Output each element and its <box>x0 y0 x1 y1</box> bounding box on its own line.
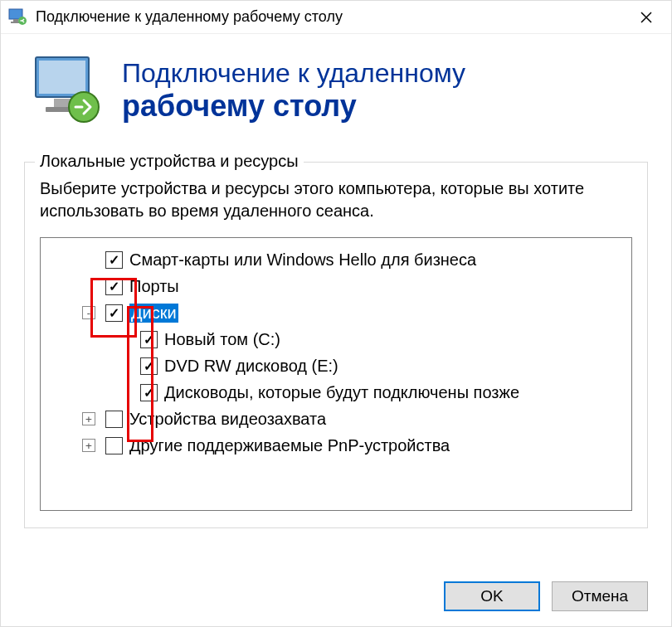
checkbox-pnp[interactable] <box>105 437 123 454</box>
label-pnp: Другие поддерживаемые PnP-устройства <box>129 436 450 455</box>
expander-drives[interactable]: - <box>82 306 95 319</box>
titlebar: Подключение к удаленному рабочему столу <box>1 1 671 34</box>
tree-item-drives[interactable]: - Диски <box>41 299 631 326</box>
dialog-content: Локальные устройства и ресурсы Выберите … <box>1 153 671 566</box>
checkbox-drives[interactable] <box>105 304 123 322</box>
tree-item-videocapture[interactable]: + Устройства видеозахвата <box>41 406 631 432</box>
label-smartcards: Смарт-карты или Windows Hello для бизнес… <box>129 250 476 270</box>
label-drive-c: Новый том (C:) <box>164 330 280 349</box>
tree-item-drive-e[interactable]: DVD RW дисковод (E:) <box>41 352 631 379</box>
tree-item-drives-later[interactable]: Дисководы, которые будут подключены позж… <box>41 379 631 406</box>
svg-rect-1 <box>13 19 18 22</box>
checkbox-drives-later[interactable] <box>140 384 158 401</box>
label-drive-e: DVD RW дисковод (E:) <box>164 357 338 376</box>
checkbox-videocapture[interactable] <box>105 411 123 428</box>
header-line2: рабочему столу <box>122 89 465 123</box>
tree-item-pnp[interactable]: + Другие поддерживаемые PnP-устройства <box>41 432 631 459</box>
checkbox-ports[interactable] <box>105 278 123 295</box>
ok-button[interactable]: OK <box>444 581 540 611</box>
svg-point-8 <box>69 92 99 122</box>
label-drives: Диски <box>129 304 178 323</box>
header-text: Подключение к удаленному рабочему столу <box>122 58 465 123</box>
devices-tree-panel: Смарт-карты или Windows Hello для бизнес… <box>40 237 632 511</box>
local-resources-groupbox: Локальные устройства и ресурсы Выберите … <box>24 162 648 528</box>
groupbox-description: Выберите устройства и ресурсы этого комп… <box>40 177 632 222</box>
tree-item-drive-c[interactable]: Новый том (C:) <box>41 326 631 352</box>
label-ports: Порты <box>129 277 179 296</box>
cancel-button[interactable]: Отмена <box>552 581 648 611</box>
tree-item-smartcards[interactable]: Смарт-карты или Windows Hello для бизнес… <box>41 246 631 273</box>
rdp-dialog: Подключение к удаленному рабочему столу … <box>0 0 672 627</box>
label-drives-later: Дисководы, которые будут подключены позж… <box>164 383 519 402</box>
expander-videocapture[interactable]: + <box>82 412 95 425</box>
dialog-footer: OK Отмена <box>1 566 671 626</box>
label-videocapture: Устройства видеозахвата <box>129 410 326 429</box>
devices-tree: Смарт-карты или Windows Hello для бизнес… <box>41 246 631 459</box>
checkbox-smartcards[interactable] <box>105 251 123 269</box>
rdp-app-icon <box>7 7 27 27</box>
tree-item-ports[interactable]: Порты <box>41 273 631 299</box>
groupbox-title: Локальные устройства и ресурсы <box>35 152 304 171</box>
svg-rect-5 <box>39 61 85 94</box>
checkbox-drive-c[interactable] <box>140 331 158 348</box>
rdp-header-icon <box>31 52 107 129</box>
close-button[interactable] <box>621 1 671 34</box>
checkbox-drive-e[interactable] <box>140 357 158 375</box>
titlebar-title: Подключение к удаленному рабочему столу <box>36 8 621 26</box>
header-line1: Подключение к удаленному <box>122 58 465 89</box>
dialog-header: Подключение к удаленному рабочему столу <box>1 34 671 153</box>
expander-pnp[interactable]: + <box>82 439 95 452</box>
svg-rect-6 <box>54 99 71 107</box>
